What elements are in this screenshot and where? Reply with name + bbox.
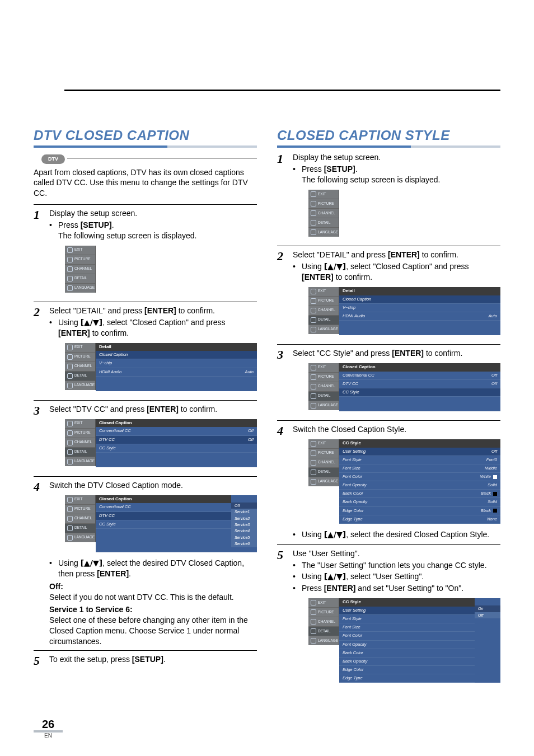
- bullet-text: Using [▲/▼], select the desired DTV Clos…: [58, 558, 257, 579]
- osd-row: V−chip: [96, 359, 257, 368]
- heading-underline: [277, 145, 500, 148]
- step-separator: [277, 544, 500, 545]
- step-separator: [34, 400, 257, 401]
- osd-sidebar-item: EXIT: [65, 343, 95, 353]
- osd-sidebar-item: PICTURE: [65, 255, 95, 265]
- osd-sidebar-label: PICTURE: [318, 201, 334, 206]
- osd-sidebar-item: LANGUAGE: [308, 401, 339, 410]
- osd-sidebar-label: LANGUAGE: [318, 479, 338, 484]
- osd-sidebar-item: CHANNEL: [65, 265, 95, 274]
- osd-sidebar-label: PICTURE: [318, 450, 334, 456]
- osd-row: CC Style: [96, 444, 257, 453]
- osd-menu-icon: [311, 384, 316, 389]
- color-swatch-icon: [493, 509, 497, 513]
- option-heading-off: Off:: [49, 581, 257, 592]
- osd-sidebar-label: LANGUAGE: [318, 403, 338, 408]
- osd-panel-title: Detail: [96, 343, 257, 351]
- osd-option: Service5: [231, 534, 257, 541]
- osd-sidebar-label: PICTURE: [74, 257, 91, 262]
- osd-cc-style-screen: EXITPICTURECHANNELDETAILLANGUAGE CC Styl…: [308, 439, 500, 524]
- osd-menu-icon: [311, 327, 316, 332]
- osd-sidebar-item: PICTURE: [65, 505, 95, 514]
- osd-menu-icon: [67, 525, 73, 531]
- osd-sidebar-label: PICTURE: [74, 430, 91, 435]
- osd-row: Font Color: [339, 632, 475, 640]
- osd-setup-screen: EXITPICTURECHANNELDETAILLANGUAGE: [65, 246, 257, 293]
- osd-menu-icon: [311, 441, 316, 447]
- osd-sidebar-item: DETAIL: [308, 218, 339, 228]
- step-text: Display the setup screen.: [293, 152, 500, 163]
- osd-panel-title: CC Style: [339, 598, 475, 607]
- osd-sidebar-item: LANGUAGE: [308, 636, 339, 645]
- osd-sidebar-item: PICTURE: [308, 373, 339, 382]
- bullet-text: Press [SETUP]. The following setup scree…: [302, 164, 440, 185]
- dtv-badge-line: DTV: [34, 152, 257, 165]
- osd-row: V−chip: [339, 304, 500, 312]
- bullet-text: Using [▲/▼], select "Closed Caption" and…: [302, 261, 500, 283]
- osd-sidebar-item: CHANNEL: [65, 514, 95, 524]
- osd-closed-caption-screen: EXITPICTURECHANNELDETAILLANGUAGE Closed …: [65, 419, 257, 467]
- step-number: 3: [277, 348, 288, 417]
- osd-menu-icon: [311, 308, 316, 313]
- osd-sidebar-item: CHANNEL: [65, 438, 95, 448]
- osd-menu-icon: [67, 257, 73, 262]
- osd-menu-icon: [67, 421, 73, 426]
- osd-option: On: [475, 605, 500, 612]
- osd-row: Closed Caption: [339, 295, 500, 304]
- osd-sidebar-label: CHANNEL: [74, 266, 92, 271]
- osd-row: DTV CCOff: [96, 436, 257, 444]
- osd-sidebar-label: DETAIL: [74, 276, 87, 281]
- page-number: 26 EN: [34, 717, 63, 740]
- osd-sidebar-label: EXIT: [74, 421, 82, 426]
- osd-row: CC Style: [96, 520, 231, 529]
- osd-sidebar-label: CHANNEL: [318, 211, 335, 216]
- step-number: 1: [34, 208, 45, 298]
- step-text: Select "DETAIL" and press [ENTER] to con…: [293, 250, 500, 260]
- osd-sidebar-label: EXIT: [74, 497, 82, 502]
- osd-menu-icon: [67, 430, 73, 436]
- osd-row: Back OpacitySolid: [339, 498, 500, 506]
- osd-menu-icon: [67, 440, 73, 445]
- osd-sidebar-item: PICTURE: [308, 608, 339, 617]
- osd-sidebar-label: LANGUAGE: [74, 383, 95, 388]
- bullet-text: Using [▲/▼], select "User Setting".: [302, 571, 424, 582]
- osd-sidebar-item: DETAIL: [308, 468, 339, 477]
- osd-menu-icon: [311, 460, 316, 466]
- step-text: Use "User Setting".: [293, 548, 500, 559]
- osd-sidebar-item: CHANNEL: [308, 209, 339, 218]
- osd-sidebar-item: DETAIL: [308, 316, 339, 325]
- option-heading-services: Service 1 to Service 6:: [49, 604, 257, 615]
- osd-menu-icon: [311, 393, 316, 399]
- osd-menu-icon: [311, 479, 316, 485]
- osd-panel-title: Closed Caption: [96, 419, 257, 428]
- osd-sidebar-label: LANGUAGE: [318, 638, 338, 644]
- option-text: Select if you do not want DTV CC. This i…: [49, 592, 257, 603]
- osd-row: Font ColorWhite: [339, 473, 500, 481]
- osd-detail-screen: EXITPICTURECHANNELDETAILLANGUAGE Detail …: [65, 343, 257, 391]
- osd-sidebar-item: PICTURE: [308, 199, 339, 209]
- osd-menu-icon: [67, 459, 73, 464]
- osd-sidebar-item: CHANNEL: [65, 362, 95, 372]
- step-number: 4: [277, 424, 288, 541]
- osd-row: Font Opacity: [339, 641, 475, 649]
- osd-sidebar-item: LANGUAGE: [308, 228, 339, 237]
- osd-row: Font Style: [339, 615, 475, 623]
- step-text: Select "DETAIL" and press [ENTER] to con…: [49, 306, 257, 316]
- osd-sidebar-label: DETAIL: [74, 373, 87, 378]
- osd-sidebar-label: DETAIL: [318, 393, 330, 398]
- osd-menu-icon: [67, 285, 73, 291]
- osd-sidebar-label: LANGUAGE: [74, 459, 95, 464]
- osd-closed-caption-screen: EXITPICTURECHANNELDETAILLANGUAGE Closed …: [308, 363, 500, 411]
- osd-sidebar-label: PICTURE: [318, 610, 334, 615]
- osd-row: Edge Color: [339, 666, 475, 674]
- osd-menu-icon: [67, 354, 73, 360]
- osd-cc-style-user-setting: EXITPICTURECHANNELDETAILLANGUAGE CC Styl…: [308, 598, 500, 683]
- osd-menu-icon: [311, 298, 316, 304]
- osd-sidebar-label: EXIT: [74, 247, 82, 252]
- osd-sidebar-label: DETAIL: [318, 469, 330, 475]
- osd-row: Back Opacity: [339, 658, 475, 666]
- osd-sidebar-label: EXIT: [318, 365, 326, 370]
- osd-sidebar-item: PICTURE: [65, 353, 95, 362]
- osd-sidebar-item: LANGUAGE: [308, 325, 339, 334]
- osd-row: HDMI AudioAuto: [339, 312, 500, 321]
